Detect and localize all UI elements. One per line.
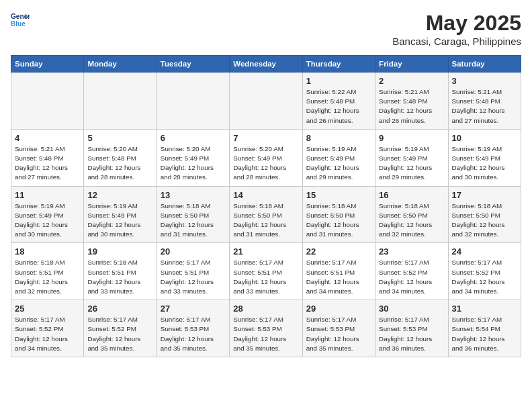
day-number: 8: [306, 133, 371, 143]
day-cell: 29Sunrise: 5:17 AM Sunset: 5:53 PM Dayli…: [302, 300, 375, 357]
day-info: Sunrise: 5:17 AM Sunset: 5:51 PM Dayligh…: [161, 258, 226, 296]
day-number: 13: [161, 190, 226, 200]
day-cell: 3Sunrise: 5:21 AM Sunset: 5:48 PM Daylig…: [448, 73, 521, 130]
day-cell: 26Sunrise: 5:17 AM Sunset: 5:52 PM Dayli…: [84, 300, 157, 357]
svg-text:Blue: Blue: [11, 20, 26, 28]
day-info: Sunrise: 5:18 AM Sunset: 5:50 PM Dayligh…: [233, 201, 298, 240]
day-info: Sunrise: 5:18 AM Sunset: 5:50 PM Dayligh…: [452, 201, 517, 240]
day-number: 22: [306, 246, 371, 257]
day-number: 31: [452, 304, 517, 314]
title-block: May 2025 Bancasi, Caraga, Philippines: [392, 11, 521, 47]
day-cell: 30Sunrise: 5:17 AM Sunset: 5:53 PM Dayli…: [375, 300, 448, 357]
day-cell: 4Sunrise: 5:21 AM Sunset: 5:48 PM Daylig…: [11, 129, 84, 186]
day-number: 1: [306, 76, 371, 86]
logo-icon: General Blue: [11, 11, 30, 30]
header-row: SundayMondayTuesdayWednesdayThursdayFrid…: [11, 56, 521, 73]
day-number: 19: [87, 246, 152, 257]
day-info: Sunrise: 5:17 AM Sunset: 5:52 PM Dayligh…: [452, 258, 517, 296]
day-info: Sunrise: 5:19 AM Sunset: 5:49 PM Dayligh…: [306, 144, 371, 183]
day-number: 10: [452, 133, 517, 143]
day-number: 17: [452, 190, 517, 200]
calendar-subtitle: Bancasi, Caraga, Philippines: [392, 36, 521, 47]
day-info: Sunrise: 5:19 AM Sunset: 5:49 PM Dayligh…: [15, 201, 80, 240]
day-info: Sunrise: 5:17 AM Sunset: 5:52 PM Dayligh…: [15, 315, 80, 353]
day-number: 29: [306, 304, 371, 314]
day-cell: 22Sunrise: 5:17 AM Sunset: 5:51 PM Dayli…: [302, 243, 375, 300]
day-cell: 8Sunrise: 5:19 AM Sunset: 5:49 PM Daylig…: [302, 129, 375, 186]
day-number: 23: [379, 246, 444, 257]
day-header-monday: Monday: [84, 56, 157, 73]
day-cell: [84, 73, 157, 130]
day-number: 11: [15, 190, 80, 200]
day-cell: 1Sunrise: 5:22 AM Sunset: 5:48 PM Daylig…: [302, 73, 375, 130]
day-cell: [230, 73, 302, 130]
day-info: Sunrise: 5:19 AM Sunset: 5:49 PM Dayligh…: [379, 144, 444, 183]
day-info: Sunrise: 5:17 AM Sunset: 5:53 PM Dayligh…: [379, 315, 444, 353]
day-info: Sunrise: 5:20 AM Sunset: 5:49 PM Dayligh…: [161, 144, 226, 183]
day-cell: 6Sunrise: 5:20 AM Sunset: 5:49 PM Daylig…: [157, 129, 229, 186]
day-number: 28: [233, 304, 298, 314]
day-cell: [11, 73, 84, 130]
day-info: Sunrise: 5:19 AM Sunset: 5:49 PM Dayligh…: [452, 144, 517, 183]
day-number: 21: [233, 246, 298, 257]
day-cell: 19Sunrise: 5:18 AM Sunset: 5:51 PM Dayli…: [84, 243, 157, 300]
day-info: Sunrise: 5:18 AM Sunset: 5:50 PM Dayligh…: [161, 201, 226, 240]
day-cell: 28Sunrise: 5:17 AM Sunset: 5:53 PM Dayli…: [230, 300, 302, 357]
day-number: 14: [233, 190, 298, 200]
day-number: 30: [379, 304, 444, 314]
day-info: Sunrise: 5:22 AM Sunset: 5:48 PM Dayligh…: [306, 87, 371, 126]
day-number: 20: [161, 246, 226, 257]
day-info: Sunrise: 5:18 AM Sunset: 5:50 PM Dayligh…: [306, 201, 371, 240]
day-info: Sunrise: 5:17 AM Sunset: 5:53 PM Dayligh…: [233, 315, 298, 353]
day-number: 2: [379, 76, 444, 86]
logo: General Blue: [11, 11, 30, 30]
day-info: Sunrise: 5:20 AM Sunset: 5:48 PM Dayligh…: [87, 144, 152, 183]
day-cell: 24Sunrise: 5:17 AM Sunset: 5:52 PM Dayli…: [448, 243, 521, 300]
day-cell: 17Sunrise: 5:18 AM Sunset: 5:50 PM Dayli…: [448, 186, 521, 243]
day-number: 5: [87, 133, 152, 143]
day-number: 6: [161, 133, 226, 143]
calendar-title: May 2025: [392, 11, 521, 36]
day-cell: 15Sunrise: 5:18 AM Sunset: 5:50 PM Dayli…: [302, 186, 375, 243]
day-cell: 27Sunrise: 5:17 AM Sunset: 5:53 PM Dayli…: [157, 300, 229, 357]
day-number: 4: [15, 133, 80, 143]
day-info: Sunrise: 5:19 AM Sunset: 5:49 PM Dayligh…: [87, 201, 152, 240]
day-cell: 12Sunrise: 5:19 AM Sunset: 5:49 PM Dayli…: [84, 186, 157, 243]
week-row-2: 4Sunrise: 5:21 AM Sunset: 5:48 PM Daylig…: [11, 129, 521, 186]
day-cell: 14Sunrise: 5:18 AM Sunset: 5:50 PM Dayli…: [230, 186, 302, 243]
day-info: Sunrise: 5:17 AM Sunset: 5:53 PM Dayligh…: [306, 315, 371, 353]
day-cell: 23Sunrise: 5:17 AM Sunset: 5:52 PM Dayli…: [375, 243, 448, 300]
page-header: General Blue May 2025 Bancasi, Caraga, P…: [11, 11, 521, 47]
day-info: Sunrise: 5:17 AM Sunset: 5:54 PM Dayligh…: [452, 315, 517, 353]
day-cell: 21Sunrise: 5:17 AM Sunset: 5:51 PM Dayli…: [230, 243, 302, 300]
day-cell: 11Sunrise: 5:19 AM Sunset: 5:49 PM Dayli…: [11, 186, 84, 243]
day-info: Sunrise: 5:17 AM Sunset: 5:52 PM Dayligh…: [379, 258, 444, 296]
day-info: Sunrise: 5:17 AM Sunset: 5:52 PM Dayligh…: [87, 315, 152, 353]
day-info: Sunrise: 5:17 AM Sunset: 5:51 PM Dayligh…: [306, 258, 371, 296]
day-cell: 9Sunrise: 5:19 AM Sunset: 5:49 PM Daylig…: [375, 129, 448, 186]
week-row-5: 25Sunrise: 5:17 AM Sunset: 5:52 PM Dayli…: [11, 300, 521, 357]
day-info: Sunrise: 5:18 AM Sunset: 5:50 PM Dayligh…: [379, 201, 444, 240]
day-cell: 31Sunrise: 5:17 AM Sunset: 5:54 PM Dayli…: [448, 300, 521, 357]
day-header-saturday: Saturday: [448, 56, 521, 73]
day-number: 12: [87, 190, 152, 200]
day-cell: 25Sunrise: 5:17 AM Sunset: 5:52 PM Dayli…: [11, 300, 84, 357]
day-info: Sunrise: 5:21 AM Sunset: 5:48 PM Dayligh…: [452, 87, 517, 126]
day-header-wednesday: Wednesday: [230, 56, 302, 73]
day-header-friday: Friday: [375, 56, 448, 73]
day-number: 16: [379, 190, 444, 200]
day-cell: 20Sunrise: 5:17 AM Sunset: 5:51 PM Dayli…: [157, 243, 229, 300]
calendar-table: SundayMondayTuesdayWednesdayThursdayFrid…: [11, 55, 521, 357]
day-info: Sunrise: 5:18 AM Sunset: 5:51 PM Dayligh…: [87, 258, 152, 296]
day-number: 25: [15, 304, 80, 314]
day-info: Sunrise: 5:20 AM Sunset: 5:49 PM Dayligh…: [233, 144, 298, 183]
day-number: 18: [15, 246, 80, 257]
day-number: 24: [452, 246, 517, 257]
day-number: 7: [233, 133, 298, 143]
day-number: 15: [306, 190, 371, 200]
day-cell: [157, 73, 229, 130]
day-cell: 7Sunrise: 5:20 AM Sunset: 5:49 PM Daylig…: [230, 129, 302, 186]
day-header-thursday: Thursday: [302, 56, 375, 73]
day-number: 9: [379, 133, 444, 143]
day-header-tuesday: Tuesday: [157, 56, 229, 73]
